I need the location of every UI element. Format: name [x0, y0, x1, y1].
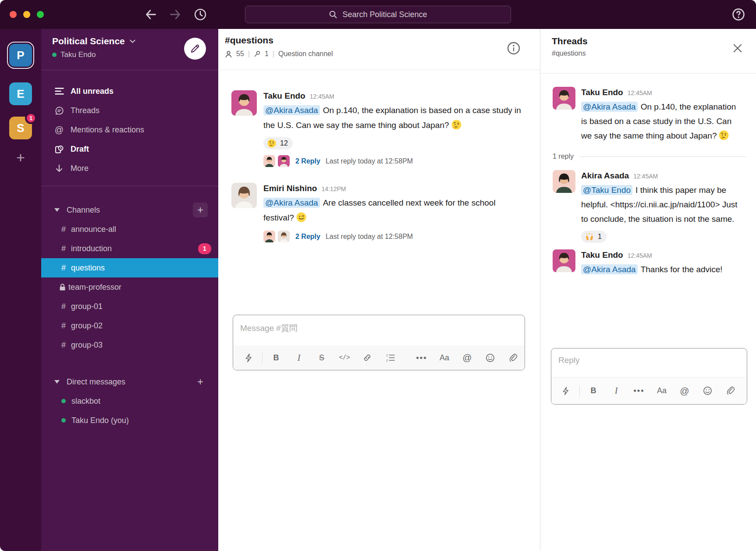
history-button[interactable]: [194, 8, 207, 21]
more-formatting-button[interactable]: •••: [413, 349, 430, 366]
sidebar-item-draft[interactable]: Draft: [41, 139, 218, 159]
channel-info-button[interactable]: [506, 40, 522, 56]
channel-announce-all[interactable]: # announce-all: [41, 220, 218, 239]
avatar[interactable]: [553, 170, 575, 193]
avatar[interactable]: [553, 87, 575, 110]
channel-introduction[interactable]: # introduction 1: [41, 239, 218, 258]
mention-button[interactable]: @: [459, 349, 476, 366]
thread-root-message: Taku Endo 12:45AM @Akira AsadaOn p.140, …: [553, 87, 746, 143]
compose-pencil-icon: [190, 43, 200, 54]
close-icon: [731, 42, 744, 54]
reaction-pill[interactable]: 12: [263, 137, 293, 149]
attach-button[interactable]: [722, 383, 738, 399]
main-panel: #questions 55 1 Question channel: [218, 29, 540, 551]
arrow-down-icon: [55, 164, 63, 173]
thinking-face-emoji: [718, 130, 729, 141]
italic-button[interactable]: I: [291, 349, 307, 366]
emoji-button[interactable]: [699, 383, 716, 399]
link-button[interactable]: [359, 349, 376, 366]
minimize-window-button[interactable]: [23, 11, 30, 18]
text-format-button[interactable]: Aa: [653, 383, 670, 399]
thread-reply-link[interactable]: 2 Reply: [295, 157, 320, 165]
window-controls: [10, 11, 44, 18]
workspace-switcher[interactable]: Political Science Taku Endo: [41, 29, 218, 70]
message-text: @Akira AsadaAre classes cancelled next w…: [263, 196, 526, 225]
bold-button[interactable]: B: [585, 383, 602, 399]
bold-button[interactable]: B: [268, 349, 284, 366]
compose-button[interactable]: [184, 38, 206, 60]
mention-link[interactable]: @Akira Asada: [263, 198, 320, 208]
members-count[interactable]: 55: [236, 50, 244, 58]
add-dm-button[interactable]: +: [193, 374, 208, 389]
channel-topic[interactable]: Question channel: [278, 50, 333, 58]
message-author[interactable]: Taku Endo: [263, 90, 305, 102]
channels-section-header[interactable]: Channels +: [41, 200, 218, 220]
pinned-count[interactable]: 1: [265, 50, 269, 58]
emoji-button[interactable]: [482, 349, 498, 366]
close-threads-button[interactable]: [731, 42, 744, 54]
sidebar-item-all-unreads[interactable]: All unreads: [41, 82, 218, 101]
avatar[interactable]: [231, 183, 257, 208]
message-input[interactable]: Message #質問: [233, 315, 525, 345]
workspace-s[interactable]: S 1: [9, 117, 32, 139]
reaction-pill[interactable]: 1: [581, 231, 607, 243]
mention-link[interactable]: @Akira Asada: [581, 102, 638, 112]
reply-input[interactable]: Reply: [551, 348, 747, 377]
italic-button[interactable]: I: [608, 383, 625, 399]
sidebar-item-more[interactable]: More: [41, 159, 218, 178]
thread-reply-link[interactable]: 2 Reply: [295, 233, 320, 241]
ordered-list-button[interactable]: 12: [382, 349, 398, 366]
message-author[interactable]: Akira Asada: [581, 170, 629, 181]
message-text: @Akira AsadaThanks for the advice!: [581, 262, 723, 277]
info-icon: [506, 40, 522, 56]
shortcuts-lightning-icon[interactable]: [557, 383, 574, 399]
channel-group-02[interactable]: # group-02: [41, 316, 218, 335]
channel-group-01[interactable]: # group-01: [41, 297, 218, 316]
mention-link[interactable]: @Akira Asada: [263, 105, 320, 115]
message-timestamp: 12:45AM: [310, 91, 334, 102]
section-chevron-icon: [54, 380, 60, 384]
strikethrough-button[interactable]: S: [313, 349, 330, 366]
back-button[interactable]: [145, 9, 157, 20]
workspace-political-science[interactable]: P: [9, 44, 32, 67]
search-bar[interactable]: Search Political Science: [245, 6, 511, 23]
message-author[interactable]: Taku Endo: [581, 87, 623, 98]
channel-questions[interactable]: # questions: [41, 258, 218, 277]
unreads-icon: [55, 87, 64, 95]
help-icon: [731, 7, 745, 21]
close-window-button[interactable]: [10, 11, 17, 18]
channel-team-professor[interactable]: team-professor: [41, 277, 218, 297]
workspace-e[interactable]: E: [9, 82, 32, 105]
shortcuts-lightning-icon[interactable]: [240, 349, 257, 366]
text-format-button[interactable]: Aa: [436, 349, 453, 366]
dm-slackbot[interactable]: slackbot: [41, 391, 218, 411]
message-timestamp: 14:12PM: [321, 183, 346, 195]
dms-section-header[interactable]: Direct messages +: [41, 372, 218, 391]
avatar[interactable]: [231, 90, 257, 116]
add-workspace-button[interactable]: +: [9, 148, 32, 167]
dm-taku-endo[interactable]: Taku Endo (you): [41, 411, 218, 430]
search-placeholder: Search Political Science: [342, 10, 427, 19]
reply-count-label: 1 reply: [553, 153, 574, 160]
thread-bar[interactable]: 2 Reply Last reply today at 12:58PM: [263, 231, 526, 242]
avatar[interactable]: [553, 249, 575, 272]
sidebar-item-mentions[interactable]: @ Mentions & reactions: [41, 120, 218, 139]
code-button[interactable]: </>: [336, 349, 353, 366]
help-button[interactable]: [731, 7, 745, 21]
zoom-window-button[interactable]: [37, 11, 44, 18]
add-channel-button[interactable]: +: [193, 203, 208, 217]
mention-button[interactable]: @: [676, 383, 693, 399]
message-author[interactable]: Emiri Nishino: [263, 183, 317, 194]
mention-link[interactable]: @Taku Endo: [581, 185, 632, 195]
sidebar-item-threads[interactable]: Threads: [41, 101, 218, 120]
attach-button[interactable]: [504, 349, 521, 366]
slack-window: Search Political Science P E S 1 + Polit…: [0, 0, 756, 551]
forward-button[interactable]: [169, 9, 181, 20]
channel-group-03[interactable]: # group-03: [41, 335, 218, 355]
thread-bar[interactable]: 2 Reply Last reply today at 12:58PM: [263, 155, 526, 167]
svg-text:2: 2: [386, 359, 388, 362]
channel-header: #questions 55 1 Question channel: [218, 29, 540, 70]
more-formatting-button[interactable]: •••: [631, 383, 647, 399]
message-author[interactable]: Taku Endo: [581, 249, 623, 261]
mention-link[interactable]: @Akira Asada: [581, 264, 638, 274]
